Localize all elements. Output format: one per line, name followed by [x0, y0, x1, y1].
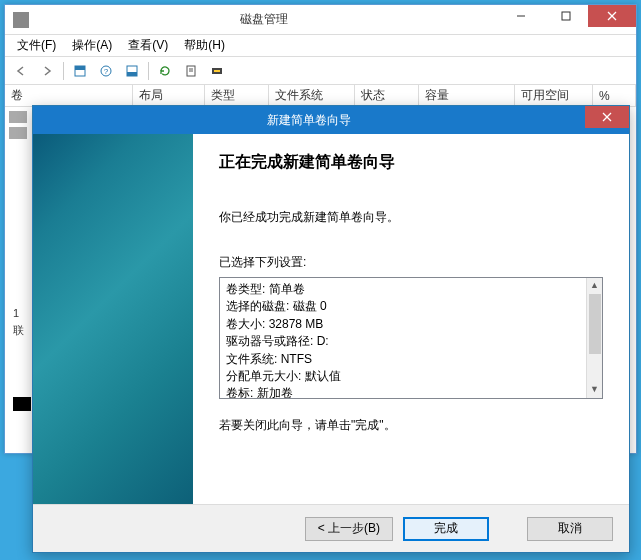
wizard-sidebar-image: [33, 134, 193, 504]
col-filesystem[interactable]: 文件系统: [269, 85, 355, 106]
action-icon[interactable]: [205, 60, 229, 82]
new-volume-wizard: 新建简单卷向导 正在完成新建简单卷向导 你已经成功完成新建简单卷向导。 已选择下…: [32, 105, 630, 553]
setting-row: 分配单元大小: 默认值: [226, 368, 596, 385]
col-status[interactable]: 状态: [355, 85, 419, 106]
help-icon[interactable]: ?: [94, 60, 118, 82]
col-type[interactable]: 类型: [205, 85, 269, 106]
wizard-button-bar: < 上一步(B) 完成 取消: [33, 504, 629, 552]
toolbar: ?: [5, 57, 636, 85]
svg-rect-1: [562, 12, 570, 20]
setting-row: 文件系统: NTFS: [226, 351, 596, 368]
menu-view[interactable]: 查看(V): [122, 35, 174, 56]
toolbar-separator: [63, 62, 64, 80]
unallocated-legend: [13, 397, 31, 411]
maximize-button[interactable]: [543, 5, 588, 27]
view-bottom-icon[interactable]: [120, 60, 144, 82]
main-title: 磁盘管理: [29, 11, 498, 28]
wizard-title: 新建简单卷向导: [33, 112, 585, 129]
listbox-scrollbar[interactable]: ▲ ▼: [586, 278, 602, 398]
setting-row: 卷大小: 32878 MB: [226, 316, 596, 333]
wizard-main: 正在完成新建简单卷向导 你已经成功完成新建简单卷向导。 已选择下列设置: 卷类型…: [193, 134, 629, 504]
scroll-up-icon[interactable]: ▲: [587, 278, 602, 294]
svg-rect-14: [214, 70, 220, 72]
col-capacity[interactable]: 容量: [419, 85, 515, 106]
main-titlebar: 磁盘管理: [5, 5, 636, 35]
col-free[interactable]: 可用空间: [515, 85, 593, 106]
menu-action[interactable]: 操作(A): [66, 35, 118, 56]
disk-icon: [9, 127, 27, 139]
menu-help[interactable]: 帮助(H): [178, 35, 231, 56]
svg-text:?: ?: [104, 67, 109, 76]
svg-rect-5: [75, 66, 85, 70]
wizard-settings-listbox[interactable]: 卷类型: 简单卷 选择的磁盘: 磁盘 0 卷大小: 32878 MB 驱动器号或…: [219, 277, 603, 399]
wizard-heading: 正在完成新建简单卷向导: [219, 152, 603, 173]
cancel-button[interactable]: 取消: [527, 517, 613, 541]
setting-row: 卷标: 新加卷: [226, 385, 596, 399]
wizard-body: 正在完成新建简单卷向导 你已经成功完成新建简单卷向导。 已选择下列设置: 卷类型…: [33, 134, 629, 504]
toolbar-separator: [148, 62, 149, 80]
close-button[interactable]: [588, 5, 636, 27]
back-button[interactable]: < 上一步(B): [305, 517, 393, 541]
wizard-settings-label: 已选择下列设置:: [219, 254, 603, 271]
view-top-icon[interactable]: [68, 60, 92, 82]
refresh-icon[interactable]: [153, 60, 177, 82]
setting-row: 驱动器号或路径: D:: [226, 333, 596, 350]
disk-icon: [9, 111, 27, 123]
forward-icon[interactable]: [35, 60, 59, 82]
col-volume[interactable]: 卷: [5, 85, 133, 106]
wizard-close-button[interactable]: [585, 106, 629, 128]
side-text: 联: [13, 323, 24, 338]
window-controls: [498, 5, 636, 34]
finish-button[interactable]: 完成: [403, 517, 489, 541]
table-header: 卷 布局 类型 文件系统 状态 容量 可用空间 %: [5, 85, 636, 107]
properties-icon[interactable]: [179, 60, 203, 82]
svg-rect-9: [127, 72, 137, 76]
menu-file[interactable]: 文件(F): [11, 35, 62, 56]
setting-row: 卷类型: 简单卷: [226, 281, 596, 298]
col-layout[interactable]: 布局: [133, 85, 205, 106]
menubar: 文件(F) 操作(A) 查看(V) 帮助(H): [5, 35, 636, 57]
wizard-success-text: 你已经成功完成新建简单卷向导。: [219, 209, 603, 226]
side-text: 1: [13, 307, 19, 319]
wizard-titlebar: 新建简单卷向导: [33, 106, 629, 134]
scroll-thumb[interactable]: [589, 294, 601, 354]
scroll-down-icon[interactable]: ▼: [587, 382, 602, 398]
app-icon: [13, 12, 29, 28]
back-icon[interactable]: [9, 60, 33, 82]
setting-row: 选择的磁盘: 磁盘 0: [226, 298, 596, 315]
col-pct[interactable]: %: [593, 85, 636, 106]
minimize-button[interactable]: [498, 5, 543, 27]
wizard-close-text: 若要关闭此向导，请单击"完成"。: [219, 417, 603, 434]
